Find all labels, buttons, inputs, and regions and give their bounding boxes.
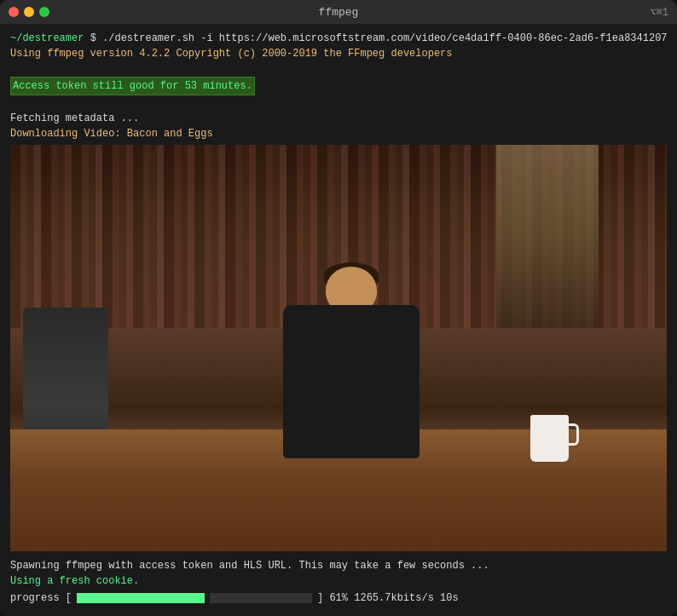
spawning-line: Spawning ffmpeg with access token and HL… — [10, 558, 667, 573]
empty-line-1 — [10, 61, 667, 77]
window-title: ffmpeg — [319, 6, 359, 19]
prompt-dollar: $ — [90, 32, 102, 44]
bottom-text-area: Spawning ffmpeg with access token and HL… — [10, 555, 667, 609]
person-body — [283, 305, 420, 458]
progress-stats: ] 61% 1265.7kbits/s 10s — [317, 590, 459, 606]
terminal-body: ~/destreamer $ ./destreamer.sh -i https:… — [0, 24, 677, 616]
terminal-window: ffmpeg ⌥⌘1 ~/destreamer $ ./destreamer.s… — [0, 0, 677, 616]
spawning-text: Spawning ffmpeg with access token and HL… — [10, 560, 489, 572]
fetching-line: Fetching metadata ... — [10, 111, 667, 126]
traffic-lights — [9, 7, 49, 17]
prompt-path: ~/destreamer — [10, 32, 84, 44]
progress-line: progress [ ] 61% 1265.7kbits/s 10s — [10, 590, 667, 606]
video-preview — [10, 145, 667, 551]
titlebar: ffmpeg ⌥⌘1 — [0, 0, 677, 24]
close-button[interactable] — [9, 7, 19, 17]
downloading-text: Downloading Video: Bacon and Eggs — [10, 128, 213, 140]
progress-fill-bar — [77, 593, 205, 603]
command-text: ./destreamer.sh -i https://web.microsoft… — [102, 32, 667, 44]
keyboard-shortcut: ⌥⌘1 — [650, 6, 668, 19]
maximize-button[interactable] — [39, 7, 49, 17]
empty-line-2 — [10, 95, 667, 111]
progress-label: progress [ — [10, 590, 72, 606]
cookie-line: Using a fresh cookie. — [10, 573, 667, 589]
minimize-button[interactable] — [24, 7, 34, 17]
ffmpeg-version-line: Using ffmpeg version 4.2.2 Copyright (c)… — [10, 46, 667, 61]
fetching-text: Fetching metadata ... — [10, 112, 139, 124]
ffmpeg-version-text: Using ffmpeg version 4.2.2 Copyright (c)… — [10, 48, 452, 60]
progress-empty-bar — [210, 593, 312, 603]
command-line: ~/destreamer $ ./destreamer.sh -i https:… — [10, 31, 667, 46]
downloading-line: Downloading Video: Bacon and Eggs — [10, 126, 667, 141]
access-token-text: Access token still good for 53 minutes. — [10, 77, 255, 95]
access-token-line: Access token still good for 53 minutes. — [10, 77, 667, 95]
coffee-mug — [530, 415, 569, 462]
window-light — [496, 145, 599, 328]
cookie-text: Using a fresh cookie. — [10, 575, 139, 587]
person-figure — [223, 267, 479, 531]
